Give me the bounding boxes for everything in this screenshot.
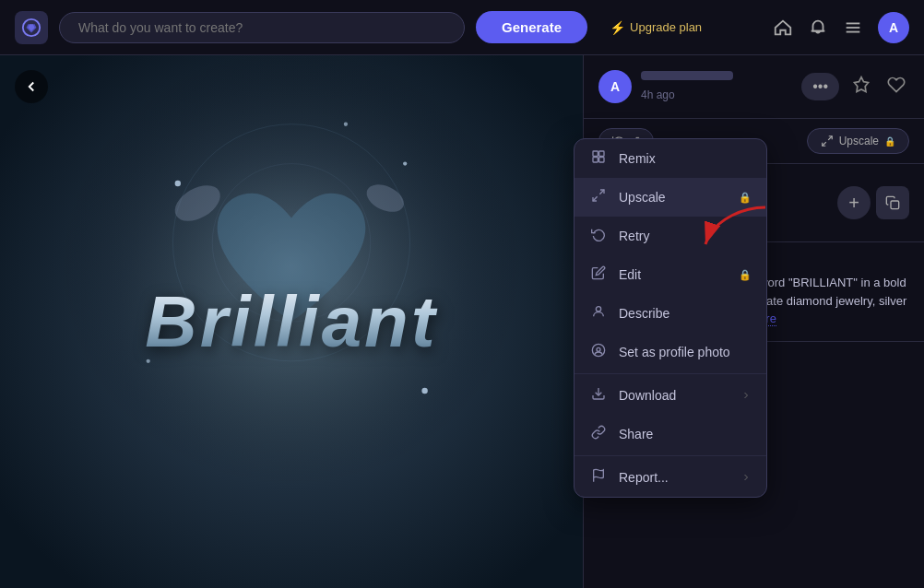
svg-point-9 — [403, 161, 407, 165]
upscale-menu-lock: 🔒 — [739, 192, 752, 204]
svg-point-24 — [596, 307, 600, 312]
back-button[interactable] — [15, 70, 48, 103]
svg-rect-20 — [593, 158, 598, 162]
svg-line-22 — [599, 190, 604, 194]
top-navigation: Generate ⚡ Upgrade plan A — [0, 0, 924, 55]
menu-item-edit[interactable]: Edit 🔒 — [575, 255, 766, 294]
svg-rect-19 — [599, 151, 604, 156]
describe-label: Describe — [619, 306, 752, 321]
svg-line-15 — [828, 136, 832, 140]
svg-point-11 — [421, 388, 427, 394]
generate-button[interactable]: Generate — [476, 11, 587, 43]
menu-item-remix[interactable]: Remix — [575, 139, 766, 178]
upscale-menu-label: Upscale — [619, 190, 728, 205]
profile-photo-label: Set as profile photo — [619, 345, 752, 359]
more-options-button[interactable]: ••• — [801, 73, 839, 100]
retry-icon — [589, 227, 608, 245]
report-arrow — [740, 472, 752, 483]
edit-icon — [589, 265, 608, 284]
sidebar-user-avatar: A — [598, 70, 632, 103]
brilliant-title: Brilliant — [145, 286, 437, 358]
upgrade-button[interactable]: ⚡ Upgrade plan — [598, 15, 713, 41]
svg-rect-17 — [891, 201, 899, 209]
logo-icon[interactable] — [15, 11, 48, 44]
image-panel: Brilliant — [0, 55, 583, 588]
download-icon — [589, 386, 608, 405]
svg-point-8 — [175, 181, 181, 186]
svg-line-16 — [822, 142, 825, 146]
user-header: A 4h ago ••• — [584, 55, 924, 119]
svg-point-12 — [344, 123, 348, 126]
menu-item-download[interactable]: Download — [575, 376, 766, 415]
download-label: Download — [619, 388, 729, 403]
menu-item-describe[interactable]: Describe — [575, 294, 766, 333]
notification-button[interactable] — [808, 18, 828, 38]
user-avatar[interactable]: A — [878, 12, 909, 43]
share-icon — [589, 425, 608, 443]
main-image: Brilliant — [0, 55, 583, 588]
home-button[interactable] — [773, 18, 793, 38]
menu-divider-1 — [575, 373, 766, 374]
main-content: Brilliant A 4h ago ••• — [0, 55, 924, 588]
remix-icon — [589, 149, 608, 168]
retry-label: Retry — [619, 229, 752, 243]
user-info: 4h ago — [641, 71, 792, 102]
download-arrow — [740, 390, 752, 401]
menu-item-profile-photo[interactable]: Set as profile photo — [575, 333, 766, 371]
describe-icon — [589, 304, 608, 323]
heart-button[interactable] — [883, 72, 909, 102]
menu-item-share[interactable]: Share — [575, 415, 766, 453]
upscale-lock-icon: 🔒 — [884, 136, 895, 147]
user-time: 4h ago — [641, 88, 675, 101]
add-button[interactable]: + — [837, 186, 871, 219]
nav-icons: A — [773, 12, 909, 43]
search-input[interactable] — [59, 12, 465, 43]
upscale-action-button[interactable]: Upscale 🔒 — [807, 128, 909, 154]
remix-label: Remix — [619, 151, 752, 166]
report-icon — [589, 468, 608, 487]
upscale-menu-icon — [589, 188, 608, 206]
copy-button[interactable] — [876, 186, 909, 219]
menu-divider-2 — [575, 455, 766, 456]
share-label: Share — [619, 427, 752, 441]
report-label: Report... — [619, 470, 729, 485]
menu-button[interactable] — [843, 18, 863, 38]
svg-rect-18 — [593, 151, 598, 156]
pin-button[interactable] — [848, 72, 874, 102]
profile-photo-icon — [589, 343, 608, 361]
menu-item-report[interactable]: Report... — [575, 458, 766, 497]
edit-label: Edit — [619, 267, 728, 282]
edit-lock: 🔒 — [739, 269, 752, 281]
svg-line-23 — [593, 196, 598, 201]
user-name-bar — [641, 71, 733, 80]
svg-point-25 — [592, 344, 604, 356]
menu-item-retry[interactable]: Retry — [575, 217, 766, 255]
svg-rect-21 — [599, 158, 604, 162]
bolt-icon: ⚡ — [610, 20, 625, 35]
menu-item-upscale[interactable]: Upscale 🔒 — [575, 178, 766, 217]
context-dropdown-menu: Remix Upscale 🔒 Retry — [574, 138, 767, 498]
